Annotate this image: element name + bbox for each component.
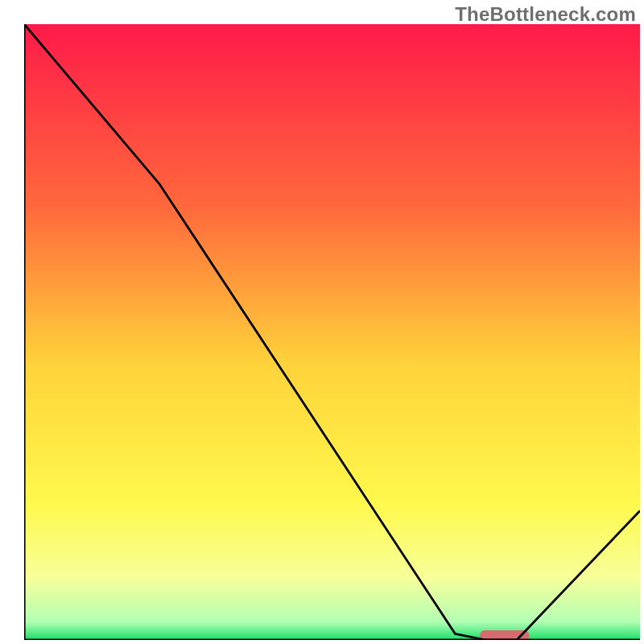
watermark-text: TheBottleneck.com — [455, 3, 636, 26]
plot-area — [24, 24, 640, 640]
chart-background — [24, 24, 640, 640]
plot-svg — [24, 24, 640, 640]
chart-frame: TheBottleneck.com — [0, 0, 644, 644]
